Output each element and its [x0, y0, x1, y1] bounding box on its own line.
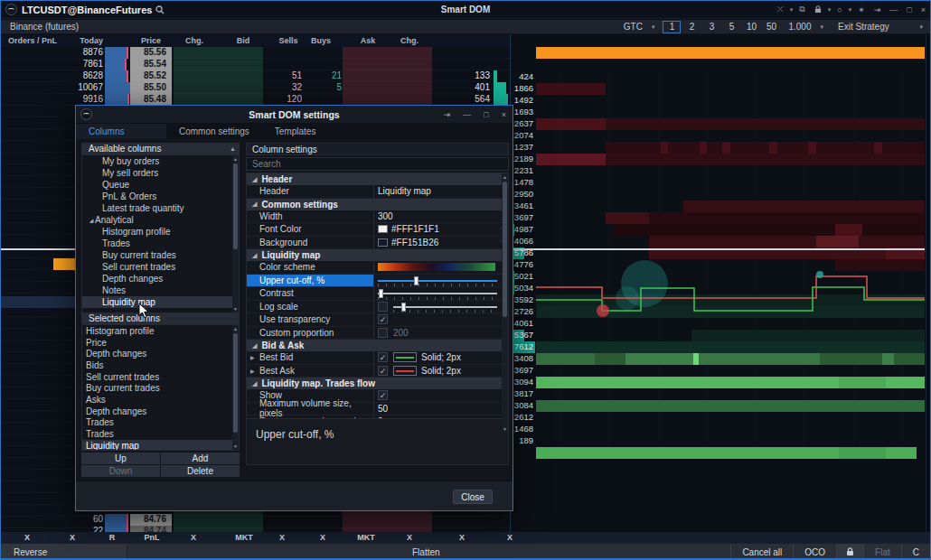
scrollbar[interactable]: ▲ ▼ — [502, 173, 508, 433]
dom-row[interactable]: 862885.525121133 — [1, 70, 512, 82]
ladder-row[interactable]: 1468 — [512, 424, 925, 435]
list-item[interactable]: Price — [82, 337, 239, 349]
ladder-row[interactable]: 2950 — [512, 189, 925, 201]
caret-down-icon[interactable]: ▾ — [788, 1, 795, 18]
maximize-icon[interactable]: □ — [477, 110, 494, 119]
footer-action-x[interactable]: X — [24, 533, 30, 542]
tools-icon[interactable]: ✶ — [853, 1, 870, 18]
column-header[interactable]: Orders / PnL — [8, 36, 57, 45]
selected-columns-header[interactable]: Selected columns — [81, 313, 240, 324]
settings-section[interactable]: ◢Liquidity map — [247, 249, 508, 261]
ladder-row[interactable]: 1237 — [512, 142, 925, 154]
checkbox[interactable] — [378, 302, 388, 312]
settings-section[interactable]: ◢Liquidity map. Trades flow — [247, 378, 508, 389]
footer-action-x[interactable]: X — [407, 533, 412, 542]
qty-preset-1[interactable]: 1 — [663, 21, 681, 33]
line-style-swatch[interactable] — [393, 366, 417, 376]
setting-label[interactable]: Color scheme — [247, 261, 373, 274]
link-icon[interactable]: ⤬ — [773, 1, 788, 18]
add-button[interactable]: Add — [161, 453, 240, 464]
copy-icon[interactable]: ⧉ — [795, 1, 809, 18]
footer-action-x[interactable]: X — [320, 533, 325, 542]
close-icon[interactable]: × — [495, 110, 513, 119]
setting-value[interactable]: ✓ — [373, 313, 508, 326]
color-swatch[interactable] — [378, 225, 388, 233]
qty-preset-5[interactable]: 5 — [722, 21, 740, 33]
price-cell[interactable]: 85.52 — [130, 70, 172, 82]
price-cell[interactable]: 85.54 — [130, 59, 172, 70]
ladder-row[interactable]: 2231 — [512, 165, 925, 177]
flatten-button[interactable]: Flatten — [412, 547, 440, 557]
column-header[interactable]: Sells — [278, 36, 297, 45]
ladder-row[interactable]: 1478 — [512, 177, 925, 189]
tree-item[interactable]: Notes — [82, 285, 239, 296]
maximize-icon[interactable]: □ — [902, 1, 916, 18]
setting-label[interactable]: Use transparency — [247, 313, 373, 326]
ladder-row[interactable]: 3094 — [512, 377, 925, 388]
ladder-row[interactable]: 5021 — [512, 271, 925, 283]
price-cell[interactable]: 85.56 — [130, 47, 172, 59]
value-text[interactable]: 50 — [378, 404, 388, 414]
ladder-row[interactable]: 2637 — [512, 118, 925, 130]
close-icon[interactable]: × — [917, 1, 930, 18]
footer-action-x[interactable]: X — [70, 533, 75, 542]
delete-button[interactable]: Delete — [161, 465, 240, 477]
ladder-row[interactable] — [512, 447, 925, 459]
ladder-row[interactable]: 2074 — [512, 130, 925, 142]
scrollbar[interactable]: ▲ ▼ — [232, 155, 239, 313]
dialog-title-bar[interactable]: Smart DOM settings ⇥ — □ × — [76, 106, 513, 124]
value-text[interactable]: 300 — [378, 211, 393, 221]
search-icon[interactable] — [155, 5, 165, 14]
checkbox[interactable] — [378, 328, 388, 338]
list-item[interactable]: Histogram profile — [82, 325, 239, 337]
setting-label[interactable]: Custom proportion — [247, 327, 373, 340]
setting-label[interactable]: Log scale — [247, 301, 373, 313]
size-dropdown[interactable]: 1.000▾ — [781, 20, 831, 33]
lock-trading-button[interactable] — [836, 544, 863, 560]
settings-section[interactable]: ◢Header — [247, 173, 508, 185]
ladder-row[interactable]: 7612 — [512, 341, 925, 353]
tree-item[interactable]: Trades — [82, 238, 239, 249]
tree-item[interactable]: ◢Analytical — [82, 214, 239, 226]
setting-value[interactable]: 200 — [373, 327, 508, 340]
cancel-all-button[interactable]: Cancel all — [730, 544, 793, 560]
column-header[interactable]: Price — [141, 36, 161, 45]
ladder-row[interactable]: 3697 — [512, 365, 925, 377]
settings-section[interactable]: ◢Bid & Ask — [247, 340, 508, 351]
setting-label[interactable]: Contrast — [247, 287, 373, 300]
setting-value[interactable]: ✓Solid; 2px — [373, 365, 508, 378]
up-button[interactable]: Up — [81, 453, 160, 464]
setting-label[interactable]: ▶Best Ask — [247, 365, 373, 378]
price-cell[interactable]: 84.76 — [130, 514, 172, 526]
list-item[interactable]: Liquidity map — [82, 440, 239, 451]
line-style-text[interactable]: Solid; 2px — [421, 352, 461, 362]
tree-item[interactable]: Histogram profile — [82, 226, 239, 238]
footer-action-x[interactable]: X — [459, 533, 465, 542]
setting-value[interactable]: 300 — [373, 210, 508, 223]
checkbox[interactable]: ✓ — [378, 390, 388, 400]
ladder-row[interactable]: 1866 — [512, 83, 925, 95]
tree-item[interactable]: Buy current trades — [82, 249, 239, 261]
setting-label[interactable]: Font Color — [247, 223, 373, 236]
footer-action-x[interactable]: X — [279, 533, 285, 542]
ladder-row[interactable]: 5034 — [512, 283, 925, 294]
ladder-row[interactable]: 1492 — [512, 95, 925, 107]
setting-label[interactable]: Width — [247, 210, 373, 223]
footer-action-mkt[interactable]: MKT — [235, 533, 253, 542]
slider[interactable] — [393, 301, 497, 313]
qty-preset-2[interactable]: 2 — [682, 21, 701, 33]
ladder-row[interactable]: 2612 — [512, 412, 925, 424]
ladder-row[interactable]: 3697 — [512, 212, 925, 224]
pin-icon[interactable]: ⇥ — [870, 1, 886, 18]
setting-label[interactable]: Background — [247, 237, 373, 249]
list-item[interactable]: Asks — [82, 394, 239, 406]
ladder-row[interactable]: 2726 — [512, 306, 925, 318]
sells-cell[interactable]: 32 — [292, 82, 302, 92]
ladder-row[interactable]: 5367 — [512, 330, 925, 341]
ladder-row[interactable]: 3817 — [512, 388, 925, 400]
price-cell[interactable]: 84.74 — [130, 526, 172, 532]
line-style-swatch[interactable] — [393, 352, 417, 362]
scrollbar[interactable]: ▲ ▼ — [232, 325, 239, 450]
list-item[interactable]: Trades — [82, 428, 239, 440]
ladder-row[interactable]: 189 — [512, 435, 925, 447]
